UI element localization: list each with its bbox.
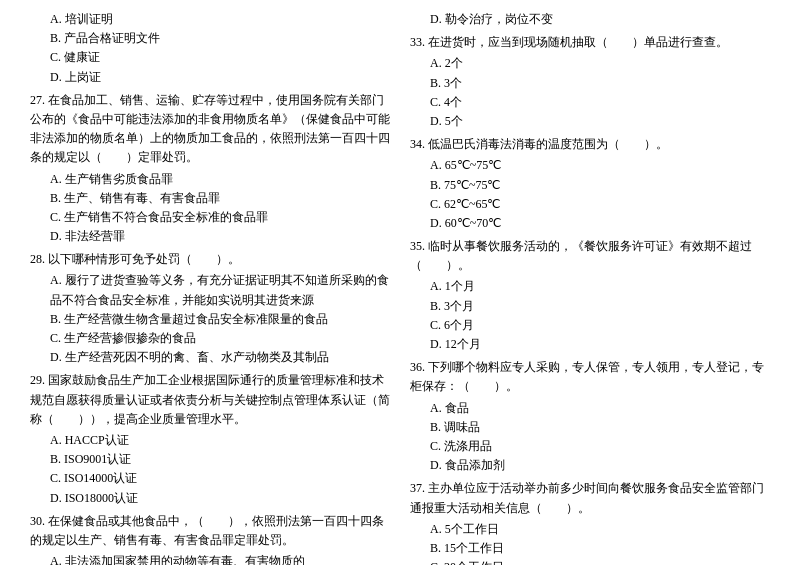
option-list: A. 1个月 B. 3个月 C. 6个月 D. 12个月 [410, 277, 770, 354]
question-37: 37. 主办单位应于活动举办前多少时间向餐饮服务食品安全监管部门通报重大活动相关… [410, 479, 770, 565]
question-29: 29. 国家鼓励食品生产加工企业根据国际通行的质量管理标准和技术规范自愿获得质量… [30, 371, 390, 507]
option-item: B. 3个月 [430, 297, 770, 316]
question-text: 33. 在进货时，应当到现场随机抽取（ ）单品进行查查。 [410, 33, 770, 52]
option-item: C. 4个 [430, 93, 770, 112]
option-item: B. ISO9001认证 [50, 450, 390, 469]
option-item: C. 生产经营掺假掺杂的食品 [50, 329, 390, 348]
option-item: D. 勒令治疗，岗位不变 [430, 10, 770, 29]
option-list: A. 培训证明 B. 产品合格证明文件 C. 健康证 D. 上岗证 [30, 10, 390, 87]
option-item: D. 上岗证 [50, 68, 390, 87]
option-item: D. 生产经营死因不明的禽、畜、水产动物类及其制品 [50, 348, 390, 367]
question-text: 29. 国家鼓励食品生产加工企业根据国际通行的质量管理标准和技术规范自愿获得质量… [30, 371, 390, 429]
option-item: A. 1个月 [430, 277, 770, 296]
option-item: B. 调味品 [430, 418, 770, 437]
option-item: B. 产品合格证明文件 [50, 29, 390, 48]
option-item: B. 生产经营微生物含量超过食品安全标准限量的食品 [50, 310, 390, 329]
option-list: A. 非法添加国家禁用的动物等有毒、有害物质的 B. 非法添加大剂量药品的 C.… [30, 552, 390, 565]
question-35: 35. 临时从事餐饮服务活动的，《餐饮服务许可证》有效期不超过（ ）。 A. 1… [410, 237, 770, 354]
option-item: A. HACCP认证 [50, 431, 390, 450]
option-item: C. 62℃~65℃ [430, 195, 770, 214]
option-list: A. 生产销售劣质食品罪 B. 生产、销售有毒、有害食品罪 C. 生产销售不符合… [30, 170, 390, 247]
question-28: 28. 以下哪种情形可免予处罚（ ）。 A. 履行了进货查验等义务，有充分证据证… [30, 250, 390, 367]
option-item: C. 洗涤用品 [430, 437, 770, 456]
option-list: A. 65℃~75℃ B. 75℃~75℃ C. 62℃~65℃ D. 60℃~… [410, 156, 770, 233]
question-text: 30. 在保健食品或其他食品中，（ ），依照刑法第一百四十四条的规定以生产、销售… [30, 512, 390, 550]
option-item: C. 20个工作日 [430, 558, 770, 565]
option-item: B. 3个 [430, 74, 770, 93]
left-column: A. 培训证明 B. 产品合格证明文件 C. 健康证 D. 上岗证 27. 在食… [30, 10, 395, 565]
question-text: 28. 以下哪种情形可免予处罚（ ）。 [30, 250, 390, 269]
option-list: A. 2个 B. 3个 C. 4个 D. 5个 [410, 54, 770, 131]
option-list: D. 勒令治疗，岗位不变 [410, 10, 770, 29]
option-item: D. 12个月 [430, 335, 770, 354]
option-item: D. 5个 [430, 112, 770, 131]
option-item: B. 生产、销售有毒、有害食品罪 [50, 189, 390, 208]
question-text: 27. 在食品加工、销售、运输、贮存等过程中，使用国务院有关部门公布的《食品中可… [30, 91, 390, 168]
option-item: A. 2个 [430, 54, 770, 73]
option-item: C. 生产销售不符合食品安全标准的食品罪 [50, 208, 390, 227]
question-text: 36. 下列哪个物料应专人采购，专人保管，专人领用，专人登记，专柜保存：（ ）。 [410, 358, 770, 396]
option-item: C. 6个月 [430, 316, 770, 335]
question-text: 37. 主办单位应于活动举办前多少时间向餐饮服务食品安全监管部门通报重大活动相关… [410, 479, 770, 517]
option-item: D. ISO18000认证 [50, 489, 390, 508]
option-item: A. 食品 [430, 399, 770, 418]
question-text: 34. 低温巴氏消毒法消毒的温度范围为（ ）。 [410, 135, 770, 154]
option-d-32: D. 勒令治疗，岗位不变 [410, 10, 770, 29]
option-item: D. 60℃~70℃ [430, 214, 770, 233]
option-item: A. 生产销售劣质食品罪 [50, 170, 390, 189]
option-list: A. 食品 B. 调味品 C. 洗涤用品 D. 食品添加剂 [410, 399, 770, 476]
option-item: C. ISO14000认证 [50, 469, 390, 488]
option-item: A. 5个工作日 [430, 520, 770, 539]
two-column-layout: A. 培训证明 B. 产品合格证明文件 C. 健康证 D. 上岗证 27. 在食… [30, 10, 770, 565]
option-item: D. 食品添加剂 [430, 456, 770, 475]
right-column: D. 勒令治疗，岗位不变 33. 在进货时，应当到现场随机抽取（ ）单品进行查查… [405, 10, 770, 565]
options-continuation: A. 培训证明 B. 产品合格证明文件 C. 健康证 D. 上岗证 [30, 10, 390, 87]
option-item: A. 65℃~75℃ [430, 156, 770, 175]
option-list: A. 5个工作日 B. 15个工作日 C. 20个工作日 D. 30个工作日 [410, 520, 770, 565]
option-item: D. 非法经营罪 [50, 227, 390, 246]
option-item: B. 15个工作日 [430, 539, 770, 558]
question-36: 36. 下列哪个物料应专人采购，专人保管，专人领用，专人登记，专柜保存：（ ）。… [410, 358, 770, 475]
option-list: A. HACCP认证 B. ISO9001认证 C. ISO14000认证 D.… [30, 431, 390, 508]
option-list: A. 履行了进货查验等义务，有充分证据证明其不知道所采购的食品不符合食品安全标准… [30, 271, 390, 367]
option-item: A. 非法添加国家禁用的动物等有毒、有害物质的 [50, 552, 390, 565]
question-33: 33. 在进货时，应当到现场随机抽取（ ）单品进行查查。 A. 2个 B. 3个… [410, 33, 770, 131]
page-container: A. 培训证明 B. 产品合格证明文件 C. 健康证 D. 上岗证 27. 在食… [30, 10, 770, 565]
question-30: 30. 在保健食品或其他食品中，（ ），依照刑法第一百四十四条的规定以生产、销售… [30, 512, 390, 565]
question-34: 34. 低温巴氏消毒法消毒的温度范围为（ ）。 A. 65℃~75℃ B. 75… [410, 135, 770, 233]
option-item: A. 履行了进货查验等义务，有充分证据证明其不知道所采购的食品不符合食品安全标准… [50, 271, 390, 309]
option-item: C. 健康证 [50, 48, 390, 67]
question-text: 35. 临时从事餐饮服务活动的，《餐饮服务许可证》有效期不超过（ ）。 [410, 237, 770, 275]
option-item: B. 75℃~75℃ [430, 176, 770, 195]
question-27: 27. 在食品加工、销售、运输、贮存等过程中，使用国务院有关部门公布的《食品中可… [30, 91, 390, 247]
option-item: A. 培训证明 [50, 10, 390, 29]
